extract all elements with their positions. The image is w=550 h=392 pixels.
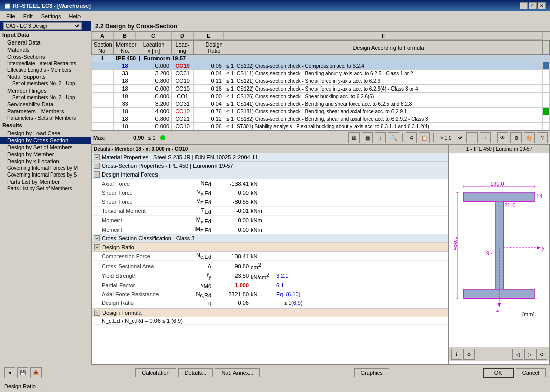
nat-annex-button[interactable]: Nat. Annex... <box>215 368 260 377</box>
table-row[interactable]: 18 0.800 CO21 0.12 ≤ 1 CS182) Cross-sect… <box>92 115 550 123</box>
toolbar-zoom-in[interactable]: + <box>480 132 491 143</box>
toolbar-view-btn[interactable]: 👁 <box>497 132 508 143</box>
sidebar-item-design-load-case[interactable]: Design by Load Case <box>0 129 91 137</box>
toolbar-filter-btn[interactable]: ▦ <box>362 132 373 143</box>
design-ratio-section-header[interactable]: − Design Ratio <box>92 243 448 252</box>
minimize-button[interactable]: − <box>520 2 528 9</box>
nav-export-btn[interactable]: 📤 <box>30 367 42 378</box>
cross-section-props-header[interactable]: − Cross-Section Properties - IPE 450 | E… <box>92 162 448 170</box>
sidebar-item-design-x-location[interactable]: Design by x-Location <box>0 158 91 165</box>
menu-help[interactable]: Help <box>65 12 85 20</box>
table-row[interactable]: 33 3.200 CO31 0.04 ≤ 1 CS111) Cross-sect… <box>92 70 550 77</box>
td-section <box>92 70 114 77</box>
force-symbol-moment-y: My,Ed <box>185 216 215 224</box>
td-ratio: 0.04 <box>194 100 224 108</box>
menu-edit[interactable]: Edit <box>19 12 37 20</box>
sidebar-item-gov-forces-m[interactable]: Governing Internal Forces by M <box>0 165 91 171</box>
dr-ref-partial: 6.1 <box>276 282 317 288</box>
table-section-header[interactable]: 1 IPE 450 | Euronorm 19-57 <box>92 55 550 62</box>
cancel-button[interactable]: Cancel <box>516 368 546 377</box>
table-row[interactable]: 10 0.000 CO1 0.00 ≤ 1 CS126) Cross-secti… <box>92 93 550 100</box>
cs-rotate-btn[interactable]: ↺ <box>536 349 547 360</box>
zoom-dropdown[interactable]: > 1,0 <box>437 134 464 142</box>
close-button[interactable]: ✕ <box>538 2 546 9</box>
cs-forward-btn[interactable]: ▷ <box>524 349 535 360</box>
sidebar-item-set-members-2-nodal[interactable]: Set of members No. 2 - Upp <box>0 80 91 87</box>
table-row[interactable]: 18 4.000 CO10 0.76 ≤ 1 CS181) Cross-sect… <box>92 108 550 115</box>
force-row-shear-z: Shear Force Vz,Ed -80.55 kN <box>92 197 448 206</box>
sidebar-item-lateral-restraints[interactable]: Intermediate Lateral Restraints <box>0 60 91 67</box>
graphics-button[interactable]: Graphics <box>354 368 389 377</box>
td-formula: CS141) Cross-section check - Bending and… <box>234 100 543 108</box>
menu-settings[interactable]: Settings <box>37 12 65 20</box>
td-location: 0.800 <box>136 77 172 85</box>
table-row[interactable]: 33 3.200 CO31 0.04 ≤ 1 CS141) Cross-sect… <box>92 100 550 108</box>
case-dropdown[interactable]: CA1 - EC 3 Design <box>3 22 82 30</box>
toolbar-print-btn[interactable]: 🖨 <box>406 132 417 143</box>
details-button[interactable]: Details... <box>178 368 213 377</box>
classification-expand-icon[interactable]: − <box>94 235 100 241</box>
toolbar-color-btn[interactable]: 🎨 <box>524 132 535 143</box>
dr-value-ratio: 0.06 <box>215 300 251 306</box>
sidebar-item-design-member[interactable]: Design by Member <box>0 151 91 158</box>
td-loading: CO10 <box>172 77 194 85</box>
design-formula-expand-icon[interactable]: − <box>94 310 100 316</box>
td-location: 3.200 <box>136 100 172 108</box>
max-leq: ≤ 1 <box>148 135 155 141</box>
force-unit-axial: kN <box>251 181 276 187</box>
cs-settings-btn[interactable]: ⚙ <box>463 349 475 360</box>
table-row[interactable]: 18 0.000 CO10 0.16 ≤ 1 CS122) Cross-sect… <box>92 85 550 93</box>
td-leq: ≤ 1 <box>224 93 234 100</box>
sidebar-item-effective-lengths[interactable]: Effective Lengths - Members <box>0 67 91 73</box>
sidebar-item-serviceability[interactable]: Serviceability Data <box>0 101 91 108</box>
td-member: 33 <box>114 70 136 77</box>
sidebar-item-nodal-supports[interactable]: Nodal Supports <box>0 73 91 80</box>
design-row-partial: Partial Factor γM0 1.000 6.1 <box>92 281 448 290</box>
design-forces-expand-icon[interactable]: − <box>94 171 100 178</box>
cross-section-header-text: Cross-Section Properties - IPE 450 | Eur… <box>102 163 233 169</box>
sidebar-item-general-data[interactable]: General Data <box>0 39 91 46</box>
th-loading: Load-ing <box>172 41 194 55</box>
sidebar-item-design-cross-section[interactable]: Design by Cross-Section <box>0 137 91 144</box>
cross-section-expand-icon[interactable]: − <box>94 163 100 169</box>
table-row[interactable]: 18 0.800 CO10 0.11 ≤ 1 CS121) Cross-sect… <box>92 77 550 85</box>
sidebar-item-member-hinges[interactable]: Member Hinges <box>0 87 91 94</box>
classification-section-header[interactable]: − Cross-Section Classification - Class 3 <box>92 234 448 243</box>
cs-info-btn[interactable]: ℹ <box>451 349 462 360</box>
cs-back-btn[interactable]: ◁ <box>512 349 523 360</box>
design-ratio-expand-icon[interactable]: − <box>94 244 100 250</box>
title-bar-controls: − □ ✕ <box>520 2 546 9</box>
calculation-button[interactable]: Calculation <box>135 368 176 377</box>
design-formula-section-header[interactable]: − Design Formula <box>92 308 448 317</box>
nav-save-btn[interactable]: 💾 <box>17 367 28 378</box>
toolbar-search-btn[interactable]: 🔍 <box>388 132 399 143</box>
toolbar-select-btn[interactable]: ⊞ <box>348 132 360 143</box>
th-member-no: MemberNo. <box>114 41 136 55</box>
sidebar-item-parts-set[interactable]: Parts List by Set of Members <box>0 185 91 192</box>
sidebar-item-design-set-members[interactable]: Design by Set of Members <box>0 144 91 151</box>
maximize-button[interactable]: □ <box>529 2 537 9</box>
bottom-buttons-bar: ◄ 💾 📤 Calculation Details... Nat. Annex.… <box>0 365 550 380</box>
nav-prev-btn[interactable]: ◄ <box>4 367 15 378</box>
material-expand-icon[interactable]: − <box>94 154 100 160</box>
sidebar-item-cross-sections[interactable]: Cross-Sections <box>0 53 91 60</box>
max-value: 0.90 <box>133 135 144 141</box>
table-row[interactable]: 18 0.000 CO10 0.06 ≤ 1 ST301) Stability … <box>92 123 550 130</box>
sidebar-item-gov-forces-s[interactable]: Governing Internal Forces by S <box>0 171 91 178</box>
sidebar-item-parts-member[interactable]: Parts List by Member <box>0 178 91 185</box>
toolbar-settings-btn[interactable]: ⚙ <box>510 132 522 143</box>
toolbar-zoom-out[interactable]: − <box>466 132 478 143</box>
sidebar-item-params-sets[interactable]: Parameters - Sets of Members <box>0 115 91 121</box>
toolbar-sort-btn[interactable]: ↕ <box>375 132 386 143</box>
menu-file[interactable]: File <box>2 12 19 20</box>
material-section-header[interactable]: − Material Properties - Steel S 235 JR |… <box>92 153 448 162</box>
sidebar-item-params-members[interactable]: Parameters - Members <box>0 108 91 115</box>
toolbar-copy-btn[interactable]: 📋 <box>419 132 430 143</box>
table-row[interactable]: 18 0.000 CO10 0.06 ≤ 1 CS102) Cross-sect… <box>92 62 550 70</box>
sidebar-item-materials[interactable]: Materials <box>0 46 91 53</box>
design-forces-section-header[interactable]: − Design Internal Forces <box>92 170 448 179</box>
ok-button[interactable]: OK <box>483 368 514 378</box>
force-unit-torsion: kNm <box>251 208 276 214</box>
sidebar-item-set-members-2-hinge[interactable]: Set of members No. 2 - Upp <box>0 94 91 101</box>
toolbar-help-btn[interactable]: ? <box>537 132 548 143</box>
